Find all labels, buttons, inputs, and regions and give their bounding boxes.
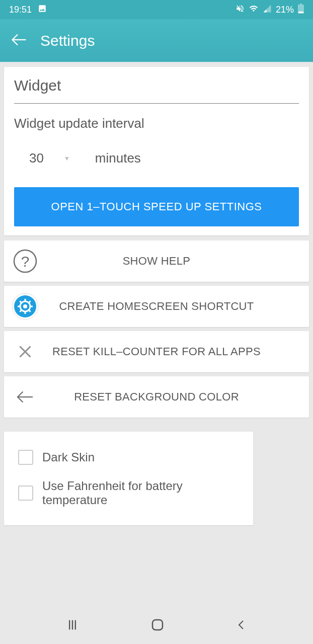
navigation-bar: [0, 608, 313, 644]
mute-icon: [236, 4, 245, 16]
interval-label: Widget update interval: [14, 116, 299, 131]
reset-kill-counter-label: RESET KILL–COUNTER FOR ALL APPS: [39, 345, 302, 358]
screenshot-icon: [38, 4, 47, 16]
home-button[interactable]: [150, 617, 165, 634]
nav-back-button[interactable]: [236, 618, 248, 634]
show-help-label: SHOW HELP: [39, 255, 302, 268]
wifi-icon: [249, 4, 259, 16]
svg-rect-24: [152, 620, 163, 630]
reset-kill-counter-button[interactable]: RESET KILL–COUNTER FOR ALL APPS: [4, 331, 309, 372]
back-arrow-icon[interactable]: [10, 31, 28, 51]
dark-skin-label: Dark Skin: [42, 450, 95, 464]
reset-bg-color-button[interactable]: RESET BACKGROUND COLOR: [4, 376, 309, 418]
status-bar: 19:51 21%: [0, 0, 313, 19]
interval-unit: minutes: [95, 150, 141, 166]
checkbox-icon: [18, 486, 33, 501]
svg-rect-1: [300, 4, 302, 5]
checkbox-icon: [18, 450, 33, 465]
recent-apps-button[interactable]: [65, 618, 80, 634]
show-help-button[interactable]: ? SHOW HELP: [4, 240, 309, 282]
signal-icon: [263, 4, 272, 16]
arrow-left-icon: [11, 383, 39, 411]
preferences-card: Dark Skin Use Fahrenheit for battery tem…: [4, 432, 253, 525]
interval-spinner[interactable]: 30 ▼: [29, 150, 70, 166]
divider: [14, 103, 299, 104]
app-bar: Settings: [0, 19, 313, 62]
chevron-down-icon: ▼: [64, 155, 70, 162]
svg-rect-2: [298, 12, 303, 13]
svg-point-9: [23, 304, 27, 308]
fahrenheit-checkbox[interactable]: Use Fahrenheit for battery temperature: [18, 472, 239, 514]
dark-skin-checkbox[interactable]: Dark Skin: [18, 443, 239, 472]
fahrenheit-label: Use Fahrenheit for battery temperature: [42, 479, 239, 507]
gear-icon: [11, 292, 39, 320]
battery-icon: [298, 4, 304, 16]
reset-bg-color-label: RESET BACKGROUND COLOR: [39, 390, 302, 404]
interval-value: 30: [29, 150, 44, 166]
widget-section-title: Widget: [14, 77, 299, 94]
widget-card: Widget Widget update interval 30 ▼ minut…: [4, 67, 309, 235]
help-icon: ?: [11, 247, 39, 275]
create-shortcut-label: CREATE HOMESCREEN SHORTCUT: [39, 300, 302, 313]
page-title: Settings: [40, 32, 95, 49]
svg-text:?: ?: [21, 253, 30, 270]
open-speedup-button[interactable]: OPEN 1–TOUCH SPEED UP SETTINGS: [14, 187, 299, 226]
status-time: 19:51: [9, 5, 32, 15]
close-icon: [11, 338, 39, 366]
battery-percent: 21%: [276, 5, 294, 15]
create-shortcut-button[interactable]: CREATE HOMESCREEN SHORTCUT: [4, 286, 309, 327]
